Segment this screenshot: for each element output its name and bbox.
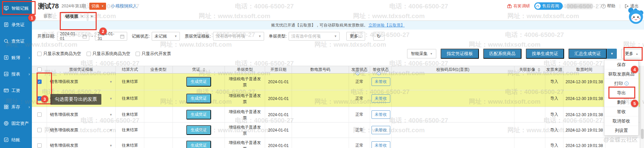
action-汇总生成凭证[interactable]: 汇总生成凭证 [568, 49, 607, 59]
toggle-只显示系统商品为空[interactable]: 只显示系统商品为空 [87, 51, 131, 57]
column-label: 关联影像 [519, 67, 535, 72]
column-header-单据类型: 单据类型 [225, 66, 265, 73]
menu-item-签收[interactable]: 签收 [604, 107, 638, 116]
business-type-cell [144, 122, 173, 138]
checkbox[interactable] [136, 52, 140, 56]
code6-cell [392, 122, 514, 138]
row-checkbox[interactable]: ✓ [37, 80, 42, 84]
voucher-template-select[interactable]: 没有选中任何项 ▼ [213, 32, 264, 41]
assistant-mascot[interactable] [627, 6, 644, 26]
sign-status-button[interactable]: 未签收 [371, 110, 390, 119]
select-all-checkbox[interactable] [37, 67, 42, 72]
more-filters-button[interactable]: 更多... [346, 32, 365, 41]
tab-home[interactable]: 首页 [39, 12, 57, 20]
row-select-cell[interactable] [32, 122, 47, 138]
after-sales-support-button[interactable]: 售后咨询 [534, 2, 563, 10]
image-cell [514, 90, 545, 107]
sign-status-button[interactable]: 未签收 [371, 94, 390, 103]
voucher-template-cell[interactable]: 销售增值税发票▼ [47, 107, 116, 122]
cloud-ticket-link[interactable]: 立即体验【云取票】 [368, 22, 405, 28]
notice-bar: 账无忧已开通【云取票】，可自动获取税局发票数据。 立即体验【云取票】 [32, 21, 644, 30]
survey-link[interactable]: 有奖调研 [507, 3, 530, 9]
menu-item-导出[interactable]: 导出 [604, 88, 638, 98]
sign-status-cell: 未签收 [370, 122, 392, 138]
column-label: 单据类型 [237, 67, 253, 72]
column-label: 发票来源 [546, 67, 562, 72]
action-更多[interactable]: 更多▲ [621, 49, 642, 58]
voucher-template-cell[interactable]: 销售增值税发票▼ [47, 138, 116, 148]
voucher-cell: 生成凭证 [173, 122, 225, 138]
row-select-cell[interactable] [32, 138, 47, 148]
sidebar-item-固定资产[interactable]: 固定资产 [0, 115, 32, 132]
sidebar-item-库存[interactable]: 库存› [0, 99, 32, 115]
tab-list-dropdown[interactable]: ▼ [88, 12, 96, 21]
voucher-entry-icon [3, 22, 9, 28]
action-指定凭证模板[interactable]: 指定凭证模板 [441, 49, 479, 59]
sign-status-button[interactable]: 未签收 [371, 78, 390, 86]
sidebar-item-报表[interactable]: 报表› [0, 66, 32, 82]
chevron-down-icon: ▼ [109, 80, 112, 84]
refresh-button[interactable]: ↻ [373, 32, 385, 41]
action-label: 匹配系统商品 [489, 51, 515, 57]
e-invoice-no-cell [292, 73, 349, 90]
tab-sales-invoices[interactable]: 销项票 × [61, 12, 87, 21]
generate-voucher-button[interactable]: 生成凭证 [186, 141, 211, 148]
booking-status-label: 记账状态: [132, 34, 150, 39]
help-icon: ? [601, 4, 606, 8]
date-from-input[interactable]: 2024-01-01 [57, 32, 89, 41]
switch-account-button[interactable]: 切换 ▼ [89, 3, 106, 10]
row-checkbox[interactable] [37, 128, 42, 132]
invoice-status-cell: 正常 [349, 122, 370, 138]
action-匹配系统商品[interactable]: 匹配系统商品 [483, 49, 522, 59]
sign-status-button[interactable]: 未签收 [371, 126, 390, 134]
menu-item-label: 打印 [614, 81, 623, 87]
voucher-cell: 生成凭证 [173, 73, 225, 90]
menu-item-列设置[interactable]: 列设置 [604, 126, 638, 135]
sidebar-item-账簿[interactable]: 账簿› [0, 49, 32, 66]
checkbox[interactable] [37, 52, 42, 56]
sidebar-item-结账[interactable]: 结账 [0, 132, 32, 148]
image-cell [514, 107, 545, 122]
sidebar-item-工资[interactable]: 工资 [0, 82, 32, 99]
generate-voucher-button[interactable]: 生成凭证 [186, 77, 211, 87]
menu-item-打印[interactable]: 打印i [604, 79, 638, 88]
sidebar-item-智能记账[interactable]: 智能记账 [0, 0, 32, 16]
row-checkbox[interactable] [37, 143, 42, 148]
doc-type-select[interactable]: 没有选中任何项 ▼ [289, 32, 340, 41]
taxpayer-type-link[interactable]: 小规模纳税人 [111, 3, 137, 9]
column-header-凭证[interactable]: 凭证 [173, 66, 225, 73]
sort-icon[interactable] [538, 68, 540, 72]
voucher-template-cell[interactable]: 销售增值税发票▼ [47, 122, 116, 138]
settlement-cell: 往来结算 [116, 122, 144, 138]
booking-status-select[interactable]: 未记账 ▼ [152, 32, 180, 41]
scrollbar-thumb[interactable] [641, 129, 644, 139]
chevron-down-icon: ▼ [258, 35, 261, 38]
image-cell [514, 122, 545, 138]
row-checkbox[interactable] [37, 112, 42, 117]
split-caret-button[interactable]: ▼ [607, 49, 617, 59]
toggle-只显示代开发票[interactable]: 只显示代开发票 [136, 51, 171, 57]
checkbox[interactable] [87, 52, 91, 56]
voucher-template-cell[interactable]: 销售增值税发票▼ [47, 73, 116, 90]
annotation-step-4: 4 [631, 66, 638, 73]
row-select-cell[interactable]: ✓ [32, 73, 47, 90]
sort-icon[interactable] [203, 68, 205, 72]
close-tab-icon[interactable]: × [81, 14, 84, 19]
row-select-cell[interactable] [32, 107, 47, 122]
help-link[interactable]: ? 帮助 [601, 3, 615, 9]
column-header-关联影像[interactable]: 关联影像 [514, 66, 545, 73]
toggle-只显示发票商品为空[interactable]: 只显示发票商品为空 [37, 51, 81, 57]
sidebar-item-查凭证[interactable]: 查凭证 [0, 33, 32, 49]
generate-voucher-button[interactable]: 生成凭证 [186, 94, 211, 103]
column-header-select-all[interactable] [32, 66, 47, 73]
menu-item-取消签收[interactable]: 取消签收 [604, 116, 638, 126]
generate-voucher-button[interactable]: 生成凭证 [186, 110, 211, 119]
sign-status-button[interactable]: 未签收 [371, 141, 390, 148]
vertical-scrollbar[interactable] [640, 66, 644, 148]
action-智能采集[interactable]: 智能采集▼ [407, 49, 436, 58]
column-label: 业务类型 [150, 67, 166, 72]
generate-voucher-button[interactable]: 生成凭证 [186, 125, 211, 135]
fetch-time-cell: 2024-12-30 19:01:38 [563, 90, 605, 107]
action-按单生成凭证[interactable]: 按单生成凭证 [526, 49, 564, 59]
sidebar-item-录凭证[interactable]: 录凭证 [0, 16, 32, 33]
